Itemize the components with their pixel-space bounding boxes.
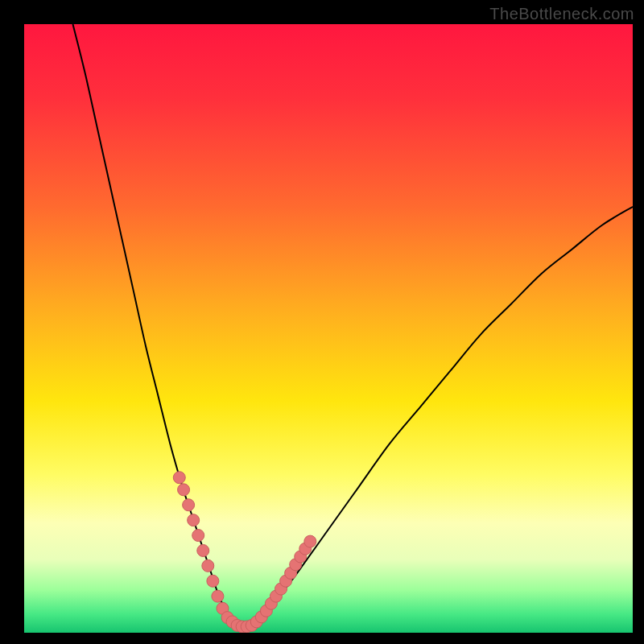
gradient-background [24, 24, 633, 633]
marked-point [178, 484, 190, 496]
watermark-text: TheBottleneck.com [489, 5, 634, 23]
marked-point [173, 472, 185, 484]
marked-point [183, 499, 195, 511]
chart-svg [24, 24, 633, 633]
plot-area [24, 24, 633, 633]
marked-point [207, 575, 219, 587]
marked-point [202, 559, 214, 572]
marked-point [192, 530, 204, 542]
chart-frame: TheBottleneck.com [0, 0, 644, 644]
marked-point [197, 544, 209, 556]
marked-point [188, 514, 200, 526]
marked-point [212, 590, 224, 602]
marked-point [304, 535, 316, 547]
